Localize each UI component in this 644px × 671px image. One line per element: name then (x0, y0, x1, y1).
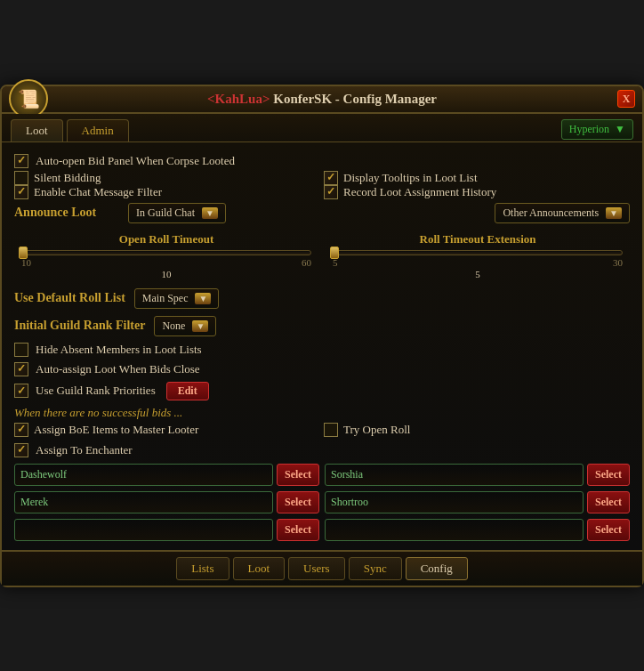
hide-absent-row: Hide Absent Members in Loot Lists (14, 340, 630, 360)
enchanter-input-4[interactable] (14, 519, 273, 541)
title-prefix: <KahLua> (207, 92, 270, 106)
enchanter-select-0[interactable]: Select (277, 464, 319, 486)
guild-rank-label: Initial Guild Rank Filter (14, 319, 145, 333)
announce-loot-row: Announce Loot In Guild Chat ▼ Other Anno… (14, 199, 630, 227)
record-loot-item: Record Loot Assignment History (324, 185, 630, 199)
enable-chat-checkbox[interactable] (14, 185, 28, 199)
enchanter-slot-5: Select (325, 519, 630, 541)
open-roll-value: 10 (21, 269, 311, 279)
enchanter-input-3[interactable] (325, 491, 584, 513)
silent-bidding-item: Silent Bidding (14, 171, 320, 185)
profile-dropdown[interactable]: Hyperion ▼ (561, 119, 633, 140)
enchanter-input-2[interactable] (14, 491, 273, 513)
enchanter-select-5[interactable]: Select (587, 519, 630, 541)
edit-button[interactable]: Edit (166, 382, 209, 400)
profile-selector[interactable]: Hyperion ▼ (561, 119, 633, 140)
roll-extension-minmax: 5 30 (333, 257, 623, 268)
bottom-tab-lists[interactable]: Lists (176, 557, 229, 580)
record-loot-label: Record Loot Assignment History (343, 185, 496, 199)
assign-boe-item: Assign BoE Items to Master Looter (14, 423, 320, 437)
window-title: <KahLua> KonferSK - Config Manager (207, 92, 437, 107)
assign-enchanter-checkbox[interactable] (14, 443, 28, 457)
enchanter-select-1[interactable]: Select (587, 464, 630, 486)
other-announcements-value: Other Announcements (503, 206, 599, 220)
assign-enchanter-row: Assign To Enchanter (14, 441, 630, 460)
hide-absent-label: Hide Absent Members in Loot Lists (36, 343, 202, 357)
close-button[interactable]: X (617, 90, 635, 108)
default-roll-row: Use Default Roll List Main Spec ▼ (14, 285, 630, 312)
guild-rank-dropdown[interactable]: None ▼ (154, 316, 216, 336)
row-chat-record: Enable Chat Message Filter Record Loot A… (14, 185, 630, 199)
hide-absent-checkbox[interactable] (14, 343, 28, 357)
guild-rank-priorities-row: Use Guild Rank Priorities Edit (14, 379, 630, 403)
in-guild-chat-value: In Guild Chat (136, 206, 195, 220)
tab-admin[interactable]: Admin (67, 119, 129, 141)
bottom-tab-loot[interactable]: Loot (233, 557, 286, 580)
enable-chat-item: Enable Chat Message Filter (14, 185, 320, 199)
boe-openroll-row: Assign BoE Items to Master Looter Try Op… (14, 423, 630, 437)
guild-rank-row: Initial Guild Rank Filter None ▼ (14, 312, 630, 340)
guild-rank-priorities-checkbox[interactable] (14, 384, 28, 398)
open-roll-track[interactable] (21, 250, 311, 255)
enchanter-input-1[interactable] (325, 464, 584, 486)
enchanter-select-4[interactable]: Select (277, 519, 319, 541)
bottom-tab-users[interactable]: Users (288, 557, 345, 580)
no-bids-text: When there are no successful bids ... (14, 403, 630, 423)
roll-extension-track[interactable] (333, 250, 623, 255)
tab-loot[interactable]: Loot (11, 119, 63, 141)
roll-extension-title: Roll Timeout Extension (326, 232, 630, 247)
try-open-roll-item: Try Open Roll (324, 423, 630, 437)
in-guild-chat-arrow: ▼ (202, 207, 218, 219)
profile-arrow: ▼ (615, 123, 625, 136)
roll-extension-value: 5 (333, 269, 623, 279)
top-tab-bar: Loot Admin Hyperion ▼ (2, 114, 642, 142)
bottom-tab-config[interactable]: Config (406, 557, 468, 580)
guild-rank-value: None (162, 319, 185, 333)
display-tooltips-label: Display Tooltips in Loot List (343, 171, 478, 185)
enchanter-slot-1: Select (325, 464, 630, 486)
auto-assign-label: Auto-assign Loot When Bids Close (36, 362, 200, 376)
open-roll-title: Open Roll Timeout (14, 232, 318, 247)
row-silent-display: Silent Bidding Display Tooltips in Loot … (14, 171, 630, 185)
default-roll-dropdown[interactable]: Main Spec ▼ (134, 288, 220, 309)
main-content: Auto-open Bid Panel When Corpse Looted S… (2, 142, 642, 550)
guild-rank-arrow: ▼ (192, 320, 208, 332)
in-guild-chat-dropdown[interactable]: In Guild Chat ▼ (128, 203, 226, 223)
config-window: 📜 <KahLua> KonferSK - Config Manager X L… (0, 85, 644, 587)
roll-extension-thumb[interactable] (330, 247, 339, 259)
open-roll-max: 60 (302, 257, 311, 268)
guild-rank-priorities-label: Use Guild Rank Priorities (36, 384, 156, 398)
try-open-roll-checkbox[interactable] (324, 423, 338, 437)
auto-open-checkbox[interactable] (14, 154, 28, 168)
open-roll-minmax: 10 60 (21, 257, 311, 268)
enchanter-input-0[interactable] (14, 464, 273, 486)
enable-chat-label: Enable Chat Message Filter (34, 185, 162, 199)
bottom-tab-bar: Lists Loot Users Sync Config (2, 550, 642, 586)
assign-enchanter-label: Assign To Enchanter (36, 443, 133, 457)
title-bar: 📜 <KahLua> KonferSK - Config Manager X (2, 86, 642, 114)
roll-extension-slider-group: Roll Timeout Extension 5 30 5 (326, 232, 630, 279)
display-tooltips-checkbox[interactable] (324, 171, 338, 185)
enchanter-select-3[interactable]: Select (587, 491, 630, 513)
assign-boe-label: Assign BoE Items to Master Looter (34, 423, 198, 437)
bottom-tab-sync[interactable]: Sync (349, 557, 402, 580)
default-roll-label: Use Default Roll List (14, 291, 125, 305)
open-roll-thumb[interactable] (19, 247, 28, 259)
enchanter-input-5[interactable] (325, 519, 584, 541)
silent-bidding-checkbox[interactable] (14, 171, 28, 185)
record-loot-checkbox[interactable] (324, 185, 338, 199)
assign-boe-checkbox[interactable] (14, 423, 28, 437)
silent-bidding-label: Silent Bidding (34, 171, 101, 185)
enchanter-slot-3: Select (325, 491, 630, 513)
auto-assign-row: Auto-assign Loot When Bids Close (14, 360, 630, 379)
title-main: KonferSK - Config Manager (270, 92, 436, 106)
enchanter-select-2[interactable]: Select (277, 491, 319, 513)
enchanter-slot-4: Select (14, 519, 319, 541)
enchanter-grid: Select Select Select Select (14, 464, 630, 541)
default-roll-arrow: ▼ (195, 293, 211, 304)
auto-assign-checkbox[interactable] (14, 362, 28, 376)
other-announcements-dropdown[interactable]: Other Announcements ▼ (495, 203, 630, 223)
auto-open-label: Auto-open Bid Panel When Corpse Looted (36, 154, 235, 168)
try-open-roll-label: Try Open Roll (343, 423, 410, 437)
announce-loot-label: Announce Loot (14, 206, 121, 220)
